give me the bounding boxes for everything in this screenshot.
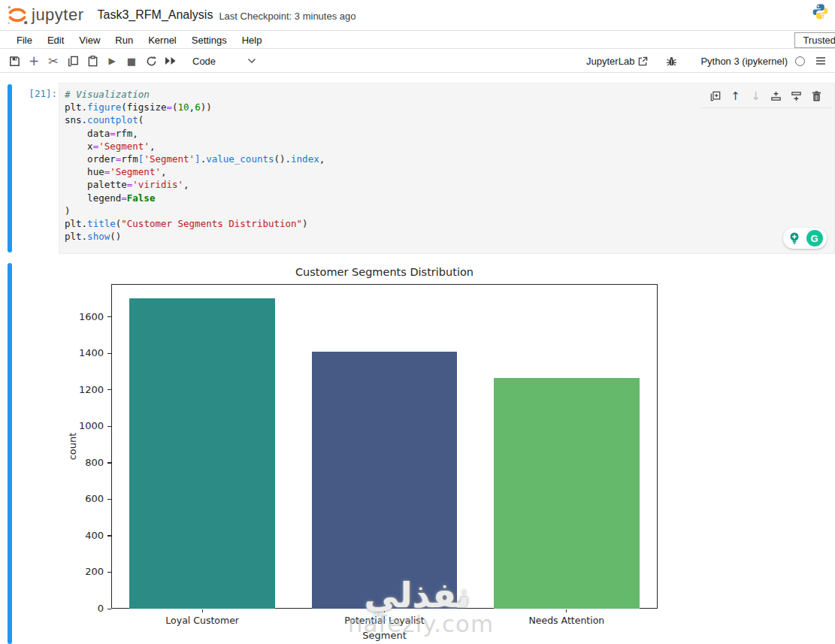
y-tick-label: 1200 (70, 384, 104, 395)
code-editor[interactable]: # Visualizationplt.figure(figsize=(10,6)… (65, 88, 325, 243)
y-tick-mark (107, 572, 111, 573)
y-tick-label: 600 (70, 493, 104, 504)
x-tick-label: Loyal Customer (127, 615, 277, 626)
kernel-status-icon[interactable] (795, 56, 805, 66)
suggestion-bulb-icon (787, 231, 802, 246)
menu-run[interactable]: Run (107, 33, 141, 47)
scissors-icon: ✂ (48, 54, 58, 68)
y-tick-mark (107, 462, 111, 463)
code-line: x='Segment', (65, 140, 325, 153)
y-tick-mark (107, 426, 111, 427)
jupyter-logo[interactable]: jupyter (6, 4, 84, 26)
code-line: hue='Segment', (65, 165, 325, 178)
chart-output: Customer Segments Distribution0200400600… (68, 263, 669, 644)
watermark-arabic: نفذلي (365, 575, 470, 615)
y-tick-mark (107, 389, 111, 390)
y-axis-label: count (67, 433, 78, 461)
save-icon (9, 56, 20, 67)
x-tick-mark (202, 609, 203, 612)
code-line: plt.title("Customer Segments Distributio… (65, 217, 325, 230)
jupyter-logo-icon (6, 4, 29, 26)
jupyter-wordmark: jupyter (32, 5, 84, 25)
insert-above-icon (770, 91, 782, 101)
y-tick-label: 400 (70, 530, 104, 541)
y-tick-mark (107, 316, 111, 317)
move-cell-up-button[interactable]: ↑ (725, 89, 746, 103)
y-tick-label: 0 (70, 603, 104, 614)
jupyterlab-label: JupyterLab (586, 56, 634, 67)
x-tick-label: Needs Attention (492, 615, 642, 626)
bar-potential-loyalist (312, 352, 458, 609)
paste-cell-button[interactable] (83, 52, 102, 70)
code-line: plt.figure(figsize=(10,6)) (65, 101, 325, 113)
copy-cell-button[interactable] (63, 52, 83, 70)
arrow-up-icon: ↑ (731, 89, 740, 103)
notebook-title[interactable]: Task3_RFM_Analysis (98, 8, 213, 22)
notebook-toolbar: + ✂ ▶ ■ Code JupyterLab Python 3 (ipyker… (0, 50, 835, 73)
insert-cell-below-button[interactable] (786, 89, 806, 103)
code-line: plt.show() (65, 230, 325, 243)
restart-icon (146, 56, 157, 67)
menu-file[interactable]: File (9, 33, 40, 47)
hamburger-icon (815, 56, 826, 65)
save-button[interactable] (5, 52, 24, 70)
trusted-button[interactable]: Trusted (794, 32, 835, 48)
python-logo-icon (812, 3, 829, 23)
chevron-down-icon (247, 58, 256, 64)
code-cell-input[interactable]: # Visualizationplt.figure(figsize=(10,6)… (59, 83, 835, 254)
interrupt-kernel-button[interactable]: ■ (122, 52, 141, 70)
y-tick-mark (107, 353, 111, 354)
kernel-name[interactable]: Python 3 (ipykernel) (700, 56, 788, 67)
menu-help[interactable]: Help (234, 33, 270, 47)
duplicate-cell-button[interactable] (705, 89, 725, 103)
watermark-domain: nafezly.com (348, 610, 495, 637)
delete-cell-button[interactable] (806, 89, 827, 103)
y-tick-mark (107, 499, 111, 500)
cell-type-value: Code (192, 56, 216, 67)
run-icon: ▶ (108, 56, 115, 66)
code-line: ) (65, 204, 325, 217)
code-line: legend=False (65, 192, 325, 204)
restart-kernel-button[interactable] (141, 52, 161, 70)
main-menu-button[interactable] (811, 52, 830, 70)
y-tick-label: 200 (70, 566, 104, 577)
stop-icon: ■ (127, 56, 136, 67)
checkpoint-status: Last Checkpoint: 3 minutes ago (219, 11, 355, 22)
menu-edit[interactable]: Edit (40, 33, 71, 47)
cut-cell-button[interactable]: ✂ (44, 52, 63, 70)
run-cell-button[interactable]: ▶ (102, 52, 122, 70)
toolbar-right: JupyterLab Python 3 (ipykernel) (586, 52, 830, 70)
header: jupyter Task3_RFM_Analysis Last Checkpoi… (0, 0, 835, 31)
insert-cell-above-button[interactable] (766, 89, 786, 103)
code-line: sns.countplot( (65, 113, 325, 126)
menubar: File Edit View Run Kernel Settings Help … (0, 32, 835, 49)
debugger-button[interactable] (661, 52, 681, 70)
move-cell-down-button[interactable]: ↓ (746, 89, 766, 103)
copy-icon (68, 56, 79, 67)
code-line: data=rfm, (65, 127, 325, 140)
trash-icon (812, 91, 821, 101)
y-tick-label: 1000 (70, 420, 104, 431)
external-link-icon (638, 56, 648, 66)
bug-icon (666, 56, 677, 67)
chart-title: Customer Segments Distribution (111, 266, 658, 278)
cell-execution-prompt: [21]: (23, 88, 57, 99)
x-tick-mark (566, 609, 567, 612)
duplicate-icon (710, 91, 721, 101)
menu-settings[interactable]: Settings (184, 33, 234, 47)
code-line: # Visualization (65, 88, 325, 101)
menu-view[interactable]: View (71, 33, 107, 47)
bar-needs-attention (494, 378, 640, 609)
code-line: order=rfm['Segment'].value_counts().inde… (65, 153, 325, 165)
open-in-jupyterlab-link[interactable]: JupyterLab (586, 56, 648, 67)
output-cell-indicator (8, 263, 12, 644)
paste-icon (87, 56, 98, 67)
insert-cell-button[interactable]: + (24, 52, 44, 70)
restart-run-all-button[interactable] (161, 52, 180, 70)
cell-type-dropdown[interactable]: Code (192, 56, 256, 67)
menu-kernel[interactable]: Kernel (141, 33, 184, 47)
grammarly-widget[interactable]: G (783, 228, 827, 249)
code-line: palette='viridis', (65, 178, 325, 191)
plus-icon: + (29, 53, 39, 68)
arrow-down-icon: ↓ (751, 89, 761, 103)
